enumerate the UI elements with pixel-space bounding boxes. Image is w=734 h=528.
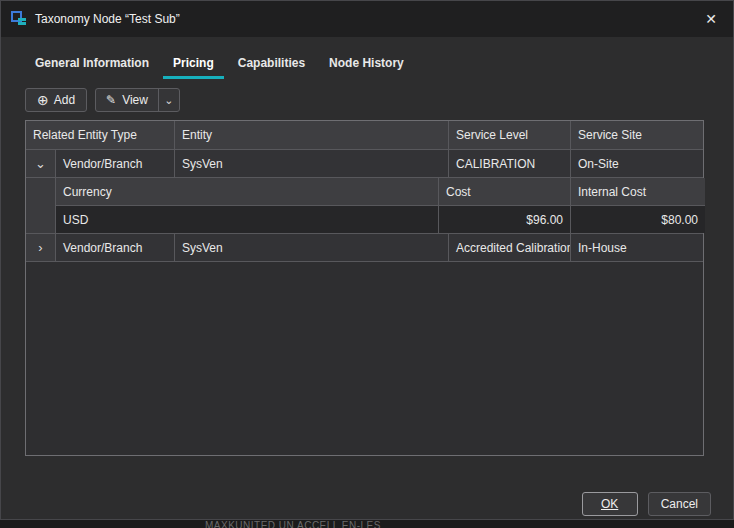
detail-gutter <box>26 178 56 233</box>
column-header-service-site[interactable]: Service Site <box>571 121 703 149</box>
cell-service-level: Accredited Calibration <box>449 234 571 261</box>
add-button[interactable]: ⊕ Add <box>25 88 87 112</box>
dialog-window: Taxonomy Node “Test Sub” ✕ General Infor… <box>0 0 734 520</box>
tab-general-information[interactable]: General Information <box>25 52 159 79</box>
table-row[interactable]: › Vendor/Branch SysVen Accredited Calibr… <box>26 234 703 262</box>
row-expander-button[interactable]: ⌄ <box>26 150 56 177</box>
pricing-grid: Related Entity Type Entity Service Level… <box>25 120 704 456</box>
add-circle-plus-icon: ⊕ <box>37 93 49 107</box>
window-title: Taxonomy Node “Test Sub” <box>35 12 180 26</box>
view-dropdown-button[interactable]: ⌄ <box>158 89 179 111</box>
column-header-related-entity-type[interactable]: Related Entity Type <box>26 121 175 149</box>
tab-node-history[interactable]: Node History <box>319 52 414 79</box>
view-button-label: View <box>122 93 148 107</box>
column-header-internal-cost[interactable]: Internal Cost <box>571 178 705 205</box>
cell-service-site: In-House <box>571 234 703 261</box>
column-header-entity[interactable]: Entity <box>175 121 449 149</box>
view-button[interactable]: ✎ View <box>96 89 158 111</box>
cell-cost: $96.00 <box>439 206 571 233</box>
row-detail-section: Currency Cost Internal Cost USD $96.00 $… <box>26 178 703 234</box>
tab-capabilities[interactable]: Capabilities <box>228 52 315 79</box>
title-bar: Taxonomy Node “Test Sub” ✕ <box>1 1 733 37</box>
cell-service-site: On-Site <box>571 150 703 177</box>
chevron-down-icon: ⌄ <box>35 156 46 171</box>
add-button-label: Add <box>54 93 75 107</box>
cell-internal-cost: $80.00 <box>571 206 705 233</box>
cell-currency: USD <box>56 206 439 233</box>
background-window-strip: MAXKUNITED UN ACCELL EN-LES <box>0 520 734 528</box>
row-expander-button[interactable]: › <box>26 234 56 261</box>
cell-related-entity-type: Vendor/Branch <box>56 150 175 177</box>
tab-pricing[interactable]: Pricing <box>163 52 224 79</box>
background-watermark-text: MAXKUNITED UN ACCELL EN-LES <box>205 520 381 528</box>
cell-related-entity-type: Vendor/Branch <box>56 234 175 261</box>
column-header-currency[interactable]: Currency <box>56 178 439 205</box>
ok-button[interactable]: OK <box>582 492 638 516</box>
column-header-service-level[interactable]: Service Level <box>449 121 571 149</box>
chevron-down-icon: ⌄ <box>164 94 173 107</box>
table-row[interactable]: ⌄ Vendor/Branch SysVen CALIBRATION On-Si… <box>26 150 703 178</box>
cancel-button[interactable]: Cancel <box>648 492 711 516</box>
view-split-button: ✎ View ⌄ <box>95 88 180 112</box>
cell-service-level: CALIBRATION <box>449 150 571 177</box>
close-button[interactable]: ✕ <box>689 1 733 37</box>
toolbar: ⊕ Add ✎ View ⌄ <box>25 88 180 112</box>
dialog-footer: OK Cancel <box>582 492 711 516</box>
cell-entity: SysVen <box>175 150 449 177</box>
tab-strip: General Information Pricing Capabilities… <box>25 53 414 79</box>
pencil-icon: ✎ <box>106 94 116 106</box>
close-icon: ✕ <box>705 11 717 27</box>
detail-table: Currency Cost Internal Cost USD $96.00 $… <box>56 178 705 233</box>
grid-empty-area <box>26 262 703 455</box>
detail-row[interactable]: USD $96.00 $80.00 <box>56 206 705 233</box>
chevron-right-icon: › <box>38 240 42 255</box>
column-header-cost[interactable]: Cost <box>439 178 571 205</box>
taxonomy-node-icon <box>11 11 27 27</box>
cell-entity: SysVen <box>175 234 449 261</box>
detail-header-row: Currency Cost Internal Cost <box>56 178 705 206</box>
grid-header-row: Related Entity Type Entity Service Level… <box>26 121 703 150</box>
